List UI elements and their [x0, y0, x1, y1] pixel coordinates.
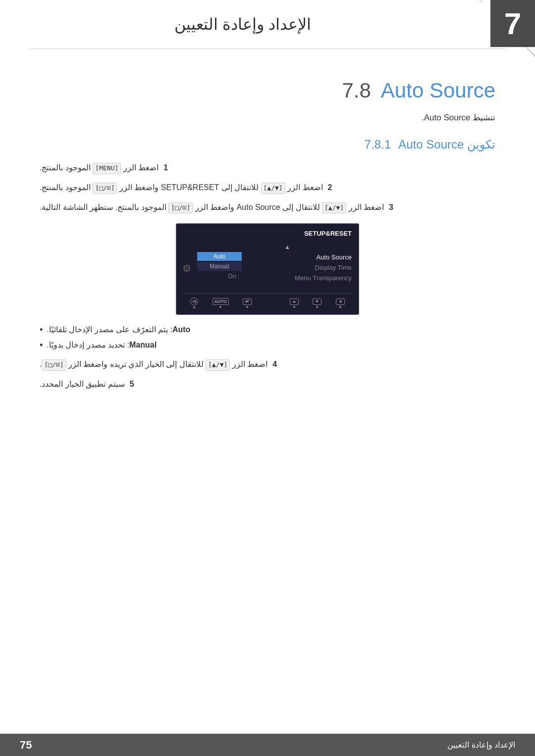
gear-icon: ⚙	[182, 262, 191, 274]
bullet-manual: Manual: تحديد مصدر إدخال يدويًا. •	[40, 340, 495, 351]
osd-box: ⚙ SETUP&RESET ▲ Auto Source Display Time	[176, 223, 359, 315]
osd-btn-enter	[243, 299, 252, 308]
osd-value-manual: Manual	[197, 262, 242, 271]
subsection-number: 7.8.1	[365, 138, 391, 151]
step-text-3: اضغط الزر [▼/▲] للانتقال إلى Auto Source…	[40, 201, 384, 214]
footer: 75 الإعداد وإعادة التعيين	[0, 734, 535, 756]
chapter-box: 7	[490, 0, 535, 47]
step-number-5: 5	[130, 378, 140, 391]
section-title: Auto Source	[381, 79, 495, 102]
osd-menu-row-1: Auto Source Display Time Menu Transparen…	[197, 252, 352, 283]
osd-menu-item-menu-transparency: Menu Transparency	[242, 273, 352, 283]
osd-menu-item-auto-source: Auto Source	[242, 252, 352, 262]
osd-value-auto: Auto	[197, 252, 242, 261]
osd-values-column: Auto Manual : On	[197, 252, 242, 283]
svg-marker-13	[293, 301, 296, 302]
osd-btn-left	[336, 299, 345, 308]
step-5: 5 سيتم تطبيق الخيار المحدد.	[40, 378, 495, 391]
step-text-1: اضغط الزر [MENU] الموجود بالمنتج.	[40, 161, 159, 174]
osd-btn-auto: AUTO	[213, 298, 229, 308]
osd-up-arrow: ▲	[223, 242, 352, 251]
step-text-5: سيتم تطبيق الخيار المحدد.	[40, 378, 125, 391]
section-number: 7.8	[342, 79, 371, 102]
step-number-3: 3	[389, 201, 399, 214]
osd-controls-bar: AUTO	[183, 293, 352, 308]
section-header: 7.8 Auto Source	[40, 79, 495, 102]
osd-header: SETUP&RESET	[197, 230, 352, 237]
osd-value-on: : On	[197, 272, 242, 281]
osd-menu-item-display-time: Display Time	[242, 262, 352, 273]
step-2: 2 اضغط الزر [▼/▲] للانتقال إلى SETUP&RES…	[40, 181, 495, 194]
activation-text: تنشيط Auto Source.	[40, 112, 495, 123]
subsection-header: 7.8.1 تكوين Auto Source	[40, 138, 495, 151]
step-text-4: اضغط الزر [▼/▲] للانتقال إلى الخيار الذي…	[40, 358, 268, 371]
step-3: 3 اضغط الزر [▼/▲] للانتقال إلى Auto Sour…	[40, 201, 495, 214]
osd-btn-up	[290, 299, 299, 308]
svg-marker-11	[339, 300, 341, 303]
steps-after-osd: 4 اضغط الزر [▼/▲] للانتقال إلى الخيار ال…	[40, 358, 495, 390]
step-text-2: اضغط الزر [▼/▲] للانتقال إلى SETUP&RESET…	[40, 181, 323, 194]
footer-text: الإعداد وإعادة التعيين	[447, 740, 515, 750]
step-number-1: 1	[163, 161, 173, 174]
step-number-2: 2	[328, 181, 338, 194]
osd-btn-power	[190, 298, 198, 308]
osd-screenshot: ⚙ SETUP&RESET ▲ Auto Source Display Time	[40, 223, 495, 315]
osd-btn-down	[313, 299, 321, 308]
bullet-list: Auto: يتم التعرّف على مصدر الإدخال تلقائ…	[40, 325, 495, 351]
chapter-number: 7	[504, 8, 521, 39]
footer-page-number: 75	[20, 739, 32, 752]
step-number-4: 4	[272, 358, 282, 371]
bullet-auto: Auto: يتم التعرّف على مصدر الإدخال تلقائ…	[40, 325, 495, 335]
step-1: 1 اضغط الزر [MENU] الموجود بالمنتج.	[40, 161, 495, 174]
subsection-title: تكوين Auto Source	[398, 138, 495, 151]
svg-marker-12	[316, 301, 319, 302]
main-content: 7.8 Auto Source تنشيط Auto Source. 7.8.1…	[0, 49, 535, 420]
steps-before-osd: 1 اضغط الزر [MENU] الموجود بالمنتج. 2 اض…	[40, 161, 495, 213]
step-4: 4 اضغط الزر [▼/▲] للانتقال إلى الخيار ال…	[40, 358, 495, 371]
